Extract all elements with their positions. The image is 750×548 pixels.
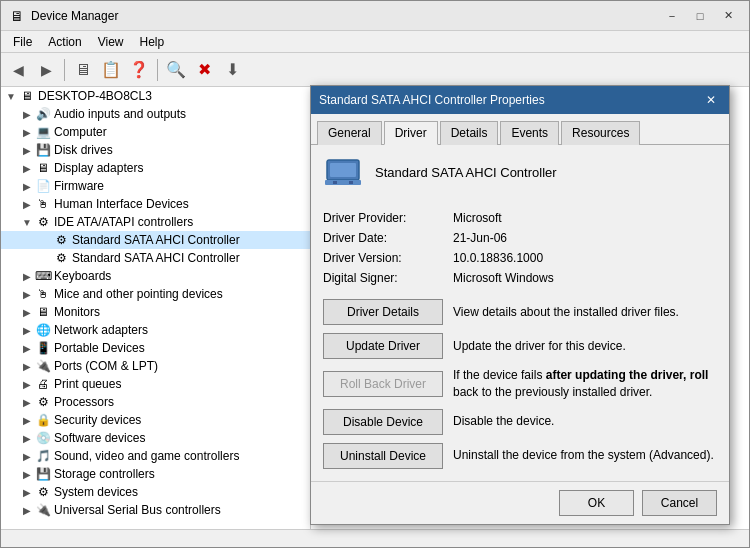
window-icon: 🖥 — [9, 8, 25, 24]
tree-item-processors[interactable]: ▶ ⚙ Processors — [1, 393, 310, 411]
sata1-spacer — [37, 232, 53, 248]
tree-item-hid[interactable]: ▶ 🖱 Human Interface Devices — [1, 195, 310, 213]
mice-toggle[interactable]: ▶ — [19, 286, 35, 302]
tree-item-system[interactable]: ▶ ⚙ System devices — [1, 483, 310, 501]
ports-icon: 🔌 — [35, 358, 51, 374]
print-toggle[interactable]: ▶ — [19, 376, 35, 392]
portable-toggle[interactable]: ▶ — [19, 340, 35, 356]
menu-help[interactable]: Help — [132, 33, 173, 51]
system-label: System devices — [54, 485, 138, 499]
tree-item-ports[interactable]: ▶ 🔌 Ports (COM & LPT) — [1, 357, 310, 375]
storage-icon: 💾 — [35, 466, 51, 482]
root-toggle[interactable]: ▼ — [3, 88, 19, 104]
storage-toggle[interactable]: ▶ — [19, 466, 35, 482]
security-label: Security devices — [54, 413, 141, 427]
toolbar-update[interactable]: ✖ — [191, 57, 217, 83]
toolbar-back[interactable]: ◀ — [5, 57, 31, 83]
tree-item-portable[interactable]: ▶ 📱 Portable Devices — [1, 339, 310, 357]
driver-details-button[interactable]: Driver Details — [323, 299, 443, 325]
tree-item-storage[interactable]: ▶ 💾 Storage controllers — [1, 465, 310, 483]
menu-action[interactable]: Action — [40, 33, 89, 51]
tree-item-ide[interactable]: ▼ ⚙ IDE ATA/ATAPI controllers — [1, 213, 310, 231]
tree-item-keyboards[interactable]: ▶ ⌨ Keyboards — [1, 267, 310, 285]
software-toggle[interactable]: ▶ — [19, 430, 35, 446]
properties-table: Driver Provider: Microsoft Driver Date: … — [323, 211, 717, 285]
print-label: Print queues — [54, 377, 121, 391]
sound-toggle[interactable]: ▶ — [19, 448, 35, 464]
tree-item-software[interactable]: ▶ 💿 Software devices — [1, 429, 310, 447]
tree-item-audio[interactable]: ▶ 🔊 Audio inputs and outputs — [1, 105, 310, 123]
disk-toggle[interactable]: ▶ — [19, 142, 35, 158]
tree-item-sound[interactable]: ▶ 🎵 Sound, video and game controllers — [1, 447, 310, 465]
tree-item-print[interactable]: ▶ 🖨 Print queues — [1, 375, 310, 393]
mice-icon: 🖱 — [35, 286, 51, 302]
update-driver-button[interactable]: Update Driver — [323, 333, 443, 359]
prop-date-value: 21-Jun-06 — [453, 231, 507, 245]
network-icon: 🌐 — [35, 322, 51, 338]
tab-general[interactable]: General — [317, 121, 382, 145]
processors-toggle[interactable]: ▶ — [19, 394, 35, 410]
toolbar-help[interactable]: ❓ — [126, 57, 152, 83]
dialog-footer: OK Cancel — [311, 481, 729, 524]
tab-driver[interactable]: Driver — [384, 121, 438, 145]
sound-icon: 🎵 — [35, 448, 51, 464]
tree-item-display[interactable]: ▶ 🖥 Display adapters — [1, 159, 310, 177]
disable-device-button[interactable]: Disable Device — [323, 409, 443, 435]
firmware-icon: 📄 — [35, 178, 51, 194]
tab-resources[interactable]: Resources — [561, 121, 640, 145]
monitors-toggle[interactable]: ▶ — [19, 304, 35, 320]
tree-item-usb[interactable]: ▶ 🔌 Universal Serial Bus controllers — [1, 501, 310, 519]
processors-icon: ⚙ — [35, 394, 51, 410]
uninstall-device-button[interactable]: Uninstall Device — [323, 443, 443, 469]
disable-device-row: Disable Device Disable the device. — [323, 409, 717, 435]
toolbar-computer[interactable]: 🖥 — [70, 57, 96, 83]
tree-item-computer[interactable]: ▶ 💻 Computer — [1, 123, 310, 141]
tree-panel[interactable]: ▼ 🖥 DESKTOP-4BO8CL3 ▶ 🔊 Audio inputs and… — [1, 87, 311, 529]
tab-details[interactable]: Details — [440, 121, 499, 145]
hid-toggle[interactable]: ▶ — [19, 196, 35, 212]
prop-version-value: 10.0.18836.1000 — [453, 251, 543, 265]
driver-details-desc: View details about the installed driver … — [453, 304, 679, 321]
ide-toggle[interactable]: ▼ — [19, 214, 35, 230]
network-toggle[interactable]: ▶ — [19, 322, 35, 338]
computer-toggle[interactable]: ▶ — [19, 124, 35, 140]
toolbar-install[interactable]: ⬇ — [219, 57, 245, 83]
security-icon: 🔒 — [35, 412, 51, 428]
audio-toggle[interactable]: ▶ — [19, 106, 35, 122]
tree-item-sata1[interactable]: ⚙ Standard SATA AHCI Controller — [1, 231, 310, 249]
sata2-spacer — [37, 250, 53, 266]
tree-item-disk[interactable]: ▶ 💾 Disk drives — [1, 141, 310, 159]
ok-button[interactable]: OK — [559, 490, 634, 516]
maximize-button[interactable]: □ — [687, 6, 713, 26]
menu-file[interactable]: File — [5, 33, 40, 51]
tree-item-sata2[interactable]: ⚙ Standard SATA AHCI Controller — [1, 249, 310, 267]
keyboards-toggle[interactable]: ▶ — [19, 268, 35, 284]
tree-root[interactable]: ▼ 🖥 DESKTOP-4BO8CL3 — [1, 87, 310, 105]
minimize-button[interactable]: − — [659, 6, 685, 26]
toolbar-properties[interactable]: 📋 — [98, 57, 124, 83]
tree-item-network[interactable]: ▶ 🌐 Network adapters — [1, 321, 310, 339]
device-name: Standard SATA AHCI Controller — [375, 165, 557, 180]
keyboards-label: Keyboards — [54, 269, 111, 283]
close-button[interactable]: ✕ — [715, 6, 741, 26]
device-icon — [323, 157, 363, 187]
tree-item-mice[interactable]: ▶ 🖱 Mice and other pointing devices — [1, 285, 310, 303]
usb-toggle[interactable]: ▶ — [19, 502, 35, 518]
firmware-toggle[interactable]: ▶ — [19, 178, 35, 194]
security-toggle[interactable]: ▶ — [19, 412, 35, 428]
mice-label: Mice and other pointing devices — [54, 287, 223, 301]
cancel-button[interactable]: Cancel — [642, 490, 717, 516]
tab-events[interactable]: Events — [500, 121, 559, 145]
system-toggle[interactable]: ▶ — [19, 484, 35, 500]
ports-toggle[interactable]: ▶ — [19, 358, 35, 374]
dialog-close-button[interactable]: ✕ — [701, 91, 721, 109]
menu-view[interactable]: View — [90, 33, 132, 51]
dialog-title: Standard SATA AHCI Controller Properties — [319, 93, 701, 107]
toolbar-forward[interactable]: ▶ — [33, 57, 59, 83]
tree-item-monitors[interactable]: ▶ 🖥 Monitors — [1, 303, 310, 321]
tree-item-security[interactable]: ▶ 🔒 Security devices — [1, 411, 310, 429]
toolbar-scan[interactable]: 🔍 — [163, 57, 189, 83]
rollback-driver-button[interactable]: Roll Back Driver — [323, 371, 443, 397]
tree-item-firmware[interactable]: ▶ 📄 Firmware — [1, 177, 310, 195]
display-toggle[interactable]: ▶ — [19, 160, 35, 176]
